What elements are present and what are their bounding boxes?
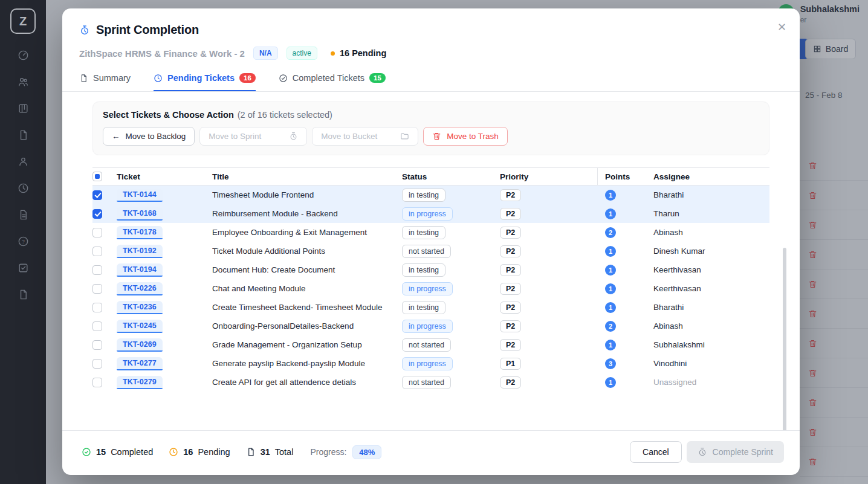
points-badge: 1 bbox=[605, 190, 616, 201]
modal-footer: 15Completed 16Pending 31Total Progress: … bbox=[62, 430, 800, 475]
ticket-id-badge[interactable]: TKT-0279 bbox=[117, 376, 163, 389]
ticket-id-badge[interactable]: TKT-0144 bbox=[117, 189, 163, 202]
priority-badge: P2 bbox=[500, 208, 521, 220]
row-checkbox[interactable] bbox=[92, 284, 102, 294]
ticket-id-badge[interactable]: TKT-0192 bbox=[117, 245, 163, 258]
ticket-id-badge[interactable]: TKT-0277 bbox=[117, 357, 163, 370]
ticket-id-badge[interactable]: TKT-0245 bbox=[117, 320, 163, 333]
table-row[interactable]: TKT-0226 Chat and Meeting Module in prog… bbox=[92, 279, 769, 298]
pending-clock-icon bbox=[154, 74, 163, 83]
ticket-id-badge[interactable]: TKT-0178 bbox=[117, 226, 163, 239]
ticket-id-badge[interactable]: TKT-0269 bbox=[117, 338, 163, 352]
table-row[interactable]: TKT-0277 Generate payslip Backend-paysli… bbox=[92, 354, 769, 373]
modal-tabs: Summary Pending Tickets 16 Completed Tic… bbox=[62, 73, 800, 92]
table-row[interactable]: TKT-0236 Create Timesheet Backend- Times… bbox=[92, 298, 769, 317]
assignee-name: Unassigned bbox=[653, 378, 769, 387]
assignee-name: Subhalakshmi bbox=[653, 340, 769, 349]
points-badge: 1 bbox=[605, 246, 616, 257]
tab-pending-tickets[interactable]: Pending Tickets 16 bbox=[154, 73, 256, 91]
assignee-name: Bharathi bbox=[653, 190, 769, 199]
complete-sprint-button[interactable]: Complete Sprint bbox=[687, 441, 784, 463]
progress-label: Progress: bbox=[310, 447, 346, 457]
ticket-title: Document Hub: Create Document bbox=[212, 265, 402, 274]
points-badge: 1 bbox=[605, 283, 616, 294]
row-checkbox[interactable] bbox=[92, 247, 102, 256]
priority-badge: P2 bbox=[500, 189, 521, 201]
progress-value-badge: 48% bbox=[352, 445, 381, 459]
header-title: Title bbox=[212, 172, 402, 181]
pending-summary: 16 Pending bbox=[331, 48, 386, 58]
action-card: Select Tickets & Choose Action(2 of 16 t… bbox=[92, 102, 769, 155]
row-checkbox[interactable] bbox=[92, 340, 102, 350]
priority-badge: P1 bbox=[500, 358, 521, 370]
move-to-sprint-button[interactable]: Move to Sprint bbox=[199, 127, 307, 146]
assignee-name: Abinash bbox=[653, 321, 769, 331]
ticket-title: Generate payslip Backend-payslip Module bbox=[212, 359, 402, 368]
progress: Progress: 48% bbox=[310, 445, 381, 459]
ticket-title: Grade Management - Organization Setup bbox=[212, 340, 402, 349]
status-badge: in progress bbox=[402, 357, 453, 370]
assignee-name: Keerthivasan bbox=[653, 265, 769, 274]
row-checkbox[interactable] bbox=[92, 359, 102, 369]
select-all-checkbox[interactable] bbox=[92, 172, 102, 181]
close-icon[interactable]: ✕ bbox=[777, 21, 786, 34]
completed-count-pill: 15 bbox=[369, 73, 386, 83]
status-badge: not started bbox=[402, 245, 451, 258]
table-row[interactable]: TKT-0168 Reimbursement Module - Backend … bbox=[92, 204, 769, 223]
table-row[interactable]: TKT-0192 Ticket Module Additional Points… bbox=[92, 242, 769, 260]
points-badge: 1 bbox=[605, 377, 616, 388]
active-status-badge: active bbox=[287, 47, 317, 60]
table-row[interactable]: TKT-0245 Onboarding-PersonalDetailes-Bac… bbox=[92, 317, 769, 335]
points-badge: 3 bbox=[605, 358, 616, 369]
row-checkbox[interactable] bbox=[92, 228, 102, 237]
assignee-name: Abinash bbox=[653, 228, 769, 237]
table-row[interactable]: TKT-0279 Create API for get all attenden… bbox=[92, 373, 769, 392]
tab-summary[interactable]: Summary bbox=[79, 73, 131, 91]
row-checkbox[interactable] bbox=[92, 190, 102, 200]
ticket-title: Reimbursement Module - Backend bbox=[212, 209, 402, 218]
ticket-title: Ticket Module Additional Points bbox=[212, 247, 402, 256]
na-badge: N/A bbox=[253, 47, 278, 60]
table-row[interactable]: TKT-0144 Timesheet Module Frontend in te… bbox=[92, 186, 769, 204]
points-badge: 1 bbox=[605, 302, 616, 313]
ticket-title: Create API for get all attendence detial… bbox=[212, 378, 402, 387]
cancel-button[interactable]: Cancel bbox=[630, 441, 682, 463]
row-checkbox[interactable] bbox=[92, 321, 102, 331]
ticket-id-badge[interactable]: TKT-0226 bbox=[117, 282, 163, 295]
ticket-id-badge[interactable]: TKT-0194 bbox=[117, 263, 163, 277]
row-checkbox[interactable] bbox=[92, 209, 102, 219]
tab-completed-tickets[interactable]: Completed Tickets 15 bbox=[279, 73, 386, 91]
table-row[interactable]: TKT-0269 Grade Management - Organization… bbox=[92, 335, 769, 354]
move-to-backlog-button[interactable]: ← Move to Backlog bbox=[103, 127, 195, 146]
table-row[interactable]: TKT-0178 Employee Onboarding & Exit Mana… bbox=[92, 223, 769, 242]
priority-badge: P2 bbox=[500, 264, 521, 276]
pending-count-pill: 16 bbox=[239, 73, 256, 83]
points-badge: 1 bbox=[605, 265, 616, 276]
priority-badge: P2 bbox=[500, 283, 521, 295]
move-to-trash-button[interactable]: Move to Trash bbox=[423, 127, 508, 146]
priority-badge: P2 bbox=[500, 302, 521, 314]
sprint-small-icon bbox=[289, 132, 298, 141]
row-checkbox[interactable] bbox=[92, 378, 102, 387]
ticket-title: Chat and Meeting Module bbox=[212, 284, 402, 293]
selection-info: (2 of 16 tickets selected) bbox=[238, 110, 332, 120]
ticket-title: Onboarding-PersonalDetailes-Backend bbox=[212, 321, 402, 331]
ticket-id-badge[interactable]: TKT-0236 bbox=[117, 301, 163, 314]
pending-summary-label: 16 Pending bbox=[340, 48, 386, 58]
doc-icon bbox=[246, 447, 256, 457]
check-circle-icon bbox=[82, 447, 91, 457]
header-ticket: Ticket bbox=[117, 172, 212, 181]
folder-icon bbox=[400, 132, 409, 141]
table-row[interactable]: TKT-0194 Document Hub: Create Document i… bbox=[92, 260, 769, 279]
row-checkbox[interactable] bbox=[92, 303, 102, 312]
sprint-completion-modal: Sprint Completion ✕ ZithSpace HRMS & Fin… bbox=[62, 8, 800, 475]
ticket-title: Timesheet Module Frontend bbox=[212, 190, 402, 199]
assignee-name: Tharun bbox=[653, 209, 769, 218]
ticket-id-badge[interactable]: TKT-0168 bbox=[117, 207, 163, 221]
completed-stat: 15Completed bbox=[82, 447, 153, 457]
total-stat: 31Total bbox=[246, 447, 294, 457]
table-scrollbar[interactable] bbox=[783, 248, 786, 430]
row-checkbox[interactable] bbox=[92, 265, 102, 275]
move-to-bucket-button[interactable]: Move to Bucket bbox=[312, 127, 418, 146]
sprint-name: ZithSpace HRMS & Finance & Work - 2 bbox=[79, 48, 245, 59]
